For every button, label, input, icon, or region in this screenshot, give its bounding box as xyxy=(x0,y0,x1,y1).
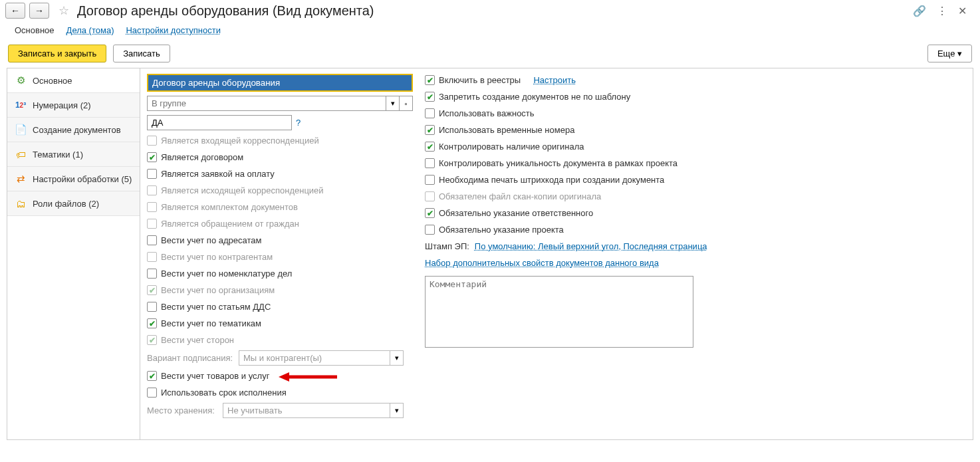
annotation-arrow-icon xyxy=(279,371,338,383)
sign-variant-label: Вариант подписания: xyxy=(147,353,235,363)
chk-goods-label[interactable]: Вести учет товаров и услуг xyxy=(161,371,269,381)
comment-textarea[interactable] xyxy=(425,276,693,348)
chk-contragents xyxy=(147,252,157,262)
stamp-link[interactable]: По умолчанию: Левый верхний угол, Послед… xyxy=(475,241,707,251)
chk-unique[interactable] xyxy=(425,158,435,168)
sidebar-item-label: Основное xyxy=(33,76,72,86)
sidebar-item-processing[interactable]: ⇄ Настройки обработки (5) xyxy=(7,167,140,191)
chk-dds[interactable] xyxy=(147,302,157,312)
chk-barcode-label[interactable]: Необходима печать штрихкода при создании… xyxy=(439,175,664,185)
save-and-close-button[interactable]: Записать и закрыть xyxy=(8,45,106,62)
tab-main[interactable]: Основное xyxy=(15,25,55,35)
chk-unique-label[interactable]: Контролировать уникальность документа в … xyxy=(439,158,677,168)
sidebar-item-label: Нумерация (2) xyxy=(33,100,91,110)
stamp-label: Штамп ЭП: xyxy=(425,241,469,251)
chk-nomenclature-label[interactable]: Вести учет по номенклатуре дел xyxy=(161,269,292,279)
save-button[interactable]: Записать xyxy=(113,45,170,62)
chk-outgoing-label: Является исходящей корреспонденцией xyxy=(161,185,324,195)
svg-marker-1 xyxy=(279,372,289,382)
chk-registries[interactable] xyxy=(425,75,435,85)
chk-contract[interactable] xyxy=(147,152,157,162)
chk-dds-label[interactable]: Вести учет по статьям ДДС xyxy=(161,302,271,312)
help-icon[interactable]: ? xyxy=(296,118,301,128)
sidebar-item-label: Роли файлов (2) xyxy=(33,199,99,209)
link-icon[interactable]: 🔗 xyxy=(913,5,926,17)
chk-sides-label: Вести учет сторон xyxy=(161,335,234,345)
additional-props-link[interactable]: Набор дополнительных свойств документов … xyxy=(425,258,659,268)
close-icon[interactable]: ✕ xyxy=(958,5,967,17)
sidebar-item-file-roles[interactable]: 🗂 Роли файлов (2) xyxy=(7,191,140,216)
chk-topics[interactable] xyxy=(147,318,157,328)
sidebar: ⚙ Основное 12³ Нумерация (2) 📄 Создание … xyxy=(7,68,140,439)
chk-scan xyxy=(425,191,435,201)
code-input[interactable] xyxy=(147,115,292,130)
chk-importance[interactable] xyxy=(425,108,435,118)
numbers-icon: 12³ xyxy=(14,98,27,112)
sidebar-item-label: Настройки обработки (5) xyxy=(33,174,132,184)
chk-registries-label[interactable]: Включить в реестры xyxy=(439,75,521,85)
configure-link[interactable]: Настроить xyxy=(533,75,576,85)
chk-project-label[interactable]: Обязательно указание проекта xyxy=(439,225,564,235)
chk-contragents-label: Вести учет по контрагентам xyxy=(161,252,273,262)
nav-back-button[interactable]: ← xyxy=(5,3,25,19)
sign-variant-input[interactable] xyxy=(239,350,390,366)
gear-icon: ⚙ xyxy=(14,74,27,87)
kebab-menu-icon[interactable]: ⋮ xyxy=(937,5,947,17)
chk-goods[interactable] xyxy=(147,371,157,381)
chk-outgoing xyxy=(147,185,157,195)
group-input[interactable] xyxy=(147,96,386,111)
files-icon: 🗂 xyxy=(14,197,27,210)
more-button[interactable]: Еще ▾ xyxy=(927,45,972,62)
chk-org xyxy=(147,285,157,295)
sidebar-item-main[interactable]: ⚙ Основное xyxy=(7,68,140,93)
chk-payreq-label[interactable]: Является заявкой на оплату xyxy=(161,169,275,179)
chk-tempnum[interactable] xyxy=(425,125,435,135)
chk-incoming-label: Является входящей корреспонденцией xyxy=(161,136,319,146)
sidebar-item-label: Тематики (1) xyxy=(33,150,83,160)
storage-input[interactable] xyxy=(223,403,390,418)
chk-contract-label[interactable]: Является договором xyxy=(161,152,243,162)
favorite-star-icon[interactable]: ☆ xyxy=(59,3,69,18)
chk-forbid[interactable] xyxy=(425,92,435,102)
chk-docpack-label: Является комплектом документов xyxy=(161,202,298,212)
sidebar-item-creation[interactable]: 📄 Создание документов xyxy=(7,118,140,142)
chk-addr-label[interactable]: Вести учет по адресатам xyxy=(161,235,261,245)
chk-responsible-label[interactable]: Обязательно указание ответственного xyxy=(439,208,593,218)
name-input[interactable] xyxy=(147,74,413,92)
sidebar-item-topics[interactable]: 🏷 Тематики (1) xyxy=(7,142,140,167)
chk-deadline[interactable] xyxy=(147,388,157,398)
chk-responsible[interactable] xyxy=(425,208,435,218)
chk-barcode[interactable] xyxy=(425,175,435,185)
chk-deadline-label[interactable]: Использовать срок исполнения xyxy=(161,388,287,398)
sign-variant-dropdown-button[interactable]: ▾ xyxy=(390,350,404,366)
sidebar-item-numbering[interactable]: 12³ Нумерация (2) xyxy=(7,93,140,118)
chk-nomenclature[interactable] xyxy=(147,269,157,279)
chk-payreq[interactable] xyxy=(147,169,157,179)
tab-access[interactable]: Настройки доступности xyxy=(126,25,220,35)
chk-sides xyxy=(147,335,157,345)
chk-incoming xyxy=(147,136,157,146)
flow-icon: ⇄ xyxy=(14,172,27,185)
chk-scan-label: Обязателен файл скан-копии оригинала xyxy=(439,191,601,201)
chk-tempnum-label[interactable]: Использовать временные номера xyxy=(439,125,574,135)
chk-importance-label[interactable]: Использовать важность xyxy=(439,108,535,118)
tab-cases[interactable]: Дела (тома) xyxy=(66,25,114,35)
chk-org-label: Вести учет по организациям xyxy=(161,285,275,295)
chk-orig[interactable] xyxy=(425,142,435,152)
chk-citizen xyxy=(147,219,157,229)
chk-forbid-label[interactable]: Запретить создание документов не по шабл… xyxy=(439,92,630,102)
nav-forward-button[interactable]: → xyxy=(29,3,49,19)
storage-label: Место хранения: xyxy=(147,405,219,415)
storage-dropdown-button[interactable]: ▾ xyxy=(390,403,404,418)
chk-project[interactable] xyxy=(425,225,435,235)
chk-topics-label[interactable]: Вести учет по тематикам xyxy=(161,318,261,328)
chk-orig-label[interactable]: Контролировать наличие оригинала xyxy=(439,142,584,152)
document-icon: 📄 xyxy=(14,123,27,136)
tag-icon: 🏷 xyxy=(14,148,27,161)
group-dropdown-button[interactable]: ▾ xyxy=(386,96,400,111)
chk-addr[interactable] xyxy=(147,235,157,245)
page-title: Договор аренды оборудования (Вид докумен… xyxy=(77,3,374,19)
group-open-button[interactable]: ▫ xyxy=(400,96,413,111)
chk-docpack xyxy=(147,202,157,212)
sidebar-item-label: Создание документов xyxy=(33,125,121,135)
